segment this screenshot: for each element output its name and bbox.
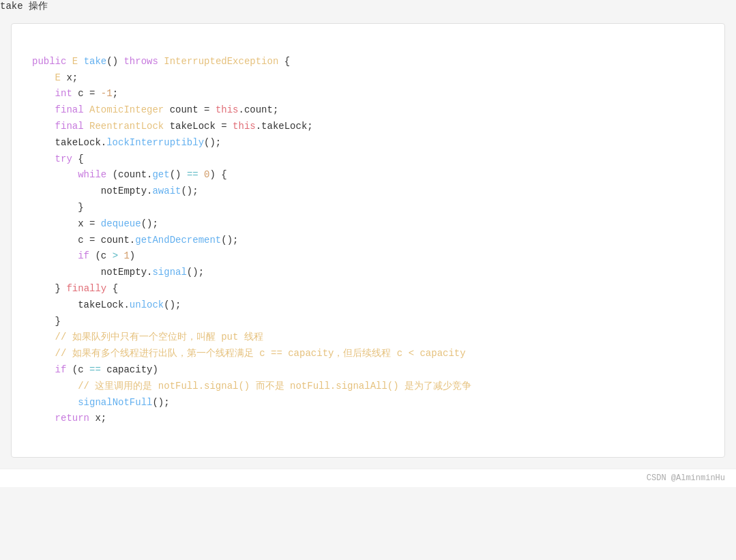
method-getanddecrement: getAndDecrement [135,235,221,246]
type-reentrant: ReentrantLock [89,121,164,132]
method-unlock: unlock [130,299,164,310]
code-block: public E take() throws InterruptedExcept… [32,38,704,443]
method-take: take [84,56,107,67]
keyword-if1: if [78,250,89,261]
type-interrupted: InterruptedException [164,56,278,67]
keyword-try: try [55,153,72,164]
keyword-int: int [55,88,72,99]
num-1: 1 [123,250,129,261]
keyword-if2: if [55,364,67,375]
method-get: get [152,169,169,180]
watermark-text: CSDN @AlminminHu [647,473,725,483]
keyword-return: return [55,413,89,424]
keyword-throws: throws [123,56,158,67]
code-container: public E take() throws InterruptedExcept… [11,23,725,458]
keyword-final2: final [55,121,84,132]
num-minus1: -1 [101,88,113,99]
method-dequeue: dequeue [101,218,141,229]
footer-watermark: CSDN @AlminminHu [0,469,736,487]
op-gt: > [113,250,118,261]
keyword-final1: final [55,104,84,115]
keyword-finally: finally [66,283,106,294]
keyword-this2: this [233,121,256,132]
comment-line2: // 如果有多个线程进行出队，第一个线程满足 c == capacity，但后续… [55,348,466,359]
method-lockinterruptibly: lockInterruptibly [106,137,204,148]
num-0: 0 [204,169,209,180]
method-signalnotfull: signalNotFull [78,397,152,408]
page-title: take 操作 [0,1,48,12]
method-await: await [152,186,181,196]
keyword-this1: this [216,104,239,115]
type-atomicint: AtomicInteger [89,104,164,115]
page-header: take 操作 [0,0,736,12]
type-e2: E [55,72,61,83]
type-e: E [72,56,78,67]
op-eq2: == [89,364,101,375]
comment-line3: // 这里调用的是 notFull.signal() 而不是 notFull.s… [78,381,471,392]
method-signal1: signal [152,267,186,278]
comment-line1: // 如果队列中只有一个空位时，叫醒 put 线程 [55,331,263,342]
keyword-while: while [78,169,106,180]
keyword-public: public [32,56,66,67]
op-eq: == [187,169,198,180]
